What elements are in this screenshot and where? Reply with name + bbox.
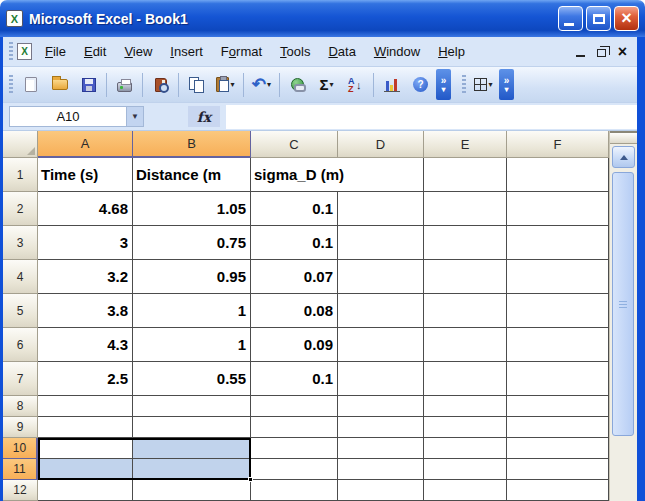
cell-E5[interactable] <box>424 294 507 328</box>
restore-workbook-button[interactable] <box>597 49 606 57</box>
scroll-up-button[interactable] <box>612 146 635 168</box>
menu-tools[interactable]: Tools <box>271 40 319 63</box>
minimize-workbook-button[interactable] <box>576 55 585 57</box>
open-button[interactable] <box>46 71 73 99</box>
cell-B11[interactable] <box>133 459 251 480</box>
cell-F12[interactable] <box>507 480 609 501</box>
close-workbook-button[interactable] <box>618 43 627 61</box>
column-header-C[interactable]: C <box>251 131 338 158</box>
cell-F7[interactable] <box>507 362 609 396</box>
cell-D4[interactable] <box>338 260 424 294</box>
cell-C9[interactable] <box>251 417 338 438</box>
new-document-button[interactable] <box>17 71 44 99</box>
row-header-11[interactable]: 11 <box>3 459 38 480</box>
cell-B9[interactable] <box>133 417 251 438</box>
autosum-button[interactable]: Σ▾ <box>313 71 340 99</box>
cell-F8[interactable] <box>507 396 609 417</box>
cell-A11[interactable] <box>38 459 133 480</box>
chart-wizard-button[interactable] <box>378 71 405 99</box>
cell-A9[interactable] <box>38 417 133 438</box>
cell-C7[interactable]: 0.1 <box>251 362 338 396</box>
row-header-7[interactable]: 7 <box>3 362 38 396</box>
column-header-A[interactable]: A <box>38 131 133 158</box>
cell-C12[interactable] <box>251 480 338 501</box>
menu-insert[interactable]: Insert <box>161 40 212 63</box>
cell-E3[interactable] <box>424 226 507 260</box>
cell-D5[interactable] <box>338 294 424 328</box>
maximize-button[interactable] <box>586 6 611 31</box>
cell-D8[interactable] <box>338 396 424 417</box>
cell-E1[interactable] <box>424 158 507 192</box>
toolbar-grip[interactable] <box>462 75 466 95</box>
cell-E8[interactable] <box>424 396 507 417</box>
cell-D3[interactable] <box>338 226 424 260</box>
row-header-8[interactable]: 8 <box>3 396 38 417</box>
cell-C8[interactable] <box>251 396 338 417</box>
cell-D12[interactable] <box>338 480 424 501</box>
cell-A4[interactable]: 3.2 <box>38 260 133 294</box>
column-header-F[interactable]: F <box>507 131 609 158</box>
cell-C2[interactable]: 0.1 <box>251 192 338 226</box>
row-header-10[interactable]: 10 <box>3 438 38 459</box>
cell-B3[interactable]: 0.75 <box>133 226 251 260</box>
column-header-B[interactable]: B <box>133 131 251 158</box>
cell-F9[interactable] <box>507 417 609 438</box>
print-button[interactable] <box>111 71 138 99</box>
cell-E12[interactable] <box>424 480 507 501</box>
help-button[interactable]: ? <box>407 71 434 99</box>
cell-E11[interactable] <box>424 459 507 480</box>
cell-F3[interactable] <box>507 226 609 260</box>
toolbar-options-button[interactable]: »▾ <box>436 69 451 100</box>
cell-F10[interactable] <box>507 438 609 459</box>
cell-B6[interactable]: 1 <box>133 328 251 362</box>
research-button[interactable] <box>147 71 174 99</box>
cell-E9[interactable] <box>424 417 507 438</box>
insert-function-button[interactable]: fx <box>188 106 220 127</box>
cell-B2[interactable]: 1.05 <box>133 192 251 226</box>
cell-F5[interactable] <box>507 294 609 328</box>
cell-E4[interactable] <box>424 260 507 294</box>
copy-button[interactable] <box>183 71 210 99</box>
cell-D11[interactable] <box>338 459 424 480</box>
undo-button[interactable]: ↶▾ <box>248 71 275 99</box>
insert-hyperlink-button[interactable] <box>284 71 311 99</box>
dropdown-arrow-icon[interactable]: ▾ <box>267 80 271 89</box>
menu-window[interactable]: Window <box>365 40 429 63</box>
column-header-D[interactable]: D <box>338 131 424 158</box>
cell-A10[interactable] <box>38 438 133 459</box>
cell-D9[interactable] <box>338 417 424 438</box>
cell-B5[interactable]: 1 <box>133 294 251 328</box>
cell-D6[interactable] <box>338 328 424 362</box>
cell-C3[interactable]: 0.1 <box>251 226 338 260</box>
dropdown-arrow-icon[interactable]: ▾ <box>230 80 234 89</box>
row-header-2[interactable]: 2 <box>3 192 38 226</box>
cell-A12[interactable] <box>38 480 133 501</box>
cell-E7[interactable] <box>424 362 507 396</box>
cell-C4[interactable]: 0.07 <box>251 260 338 294</box>
name-box-dropdown[interactable]: ▼ <box>127 106 144 127</box>
toolbar-options-2-button[interactable]: »▾ <box>499 69 514 100</box>
close-button[interactable] <box>614 6 639 31</box>
row-header-5[interactable]: 5 <box>3 294 38 328</box>
cell-D2[interactable] <box>338 192 424 226</box>
cell-A1[interactable]: Time (s) <box>38 158 133 192</box>
cell-D10[interactable] <box>338 438 424 459</box>
select-all-corner[interactable] <box>3 131 38 158</box>
cell-F11[interactable] <box>507 459 609 480</box>
cell-B4[interactable]: 0.95 <box>133 260 251 294</box>
menu-help[interactable]: Help <box>429 40 474 63</box>
vertical-scrollbar[interactable] <box>609 131 637 501</box>
minimize-button[interactable] <box>558 6 583 31</box>
cell-B8[interactable] <box>133 396 251 417</box>
name-box[interactable]: A10 <box>9 106 127 127</box>
cell-F6[interactable] <box>507 328 609 362</box>
cell-A6[interactable]: 4.3 <box>38 328 133 362</box>
fill-handle[interactable] <box>248 477 253 482</box>
cell-A8[interactable] <box>38 396 133 417</box>
save-button[interactable] <box>75 71 102 99</box>
cell-C11[interactable] <box>251 459 338 480</box>
menu-format[interactable]: Format <box>212 40 271 63</box>
borders-button[interactable]: ▾ <box>470 71 497 99</box>
toolbar-grip[interactable] <box>9 75 13 95</box>
row-header-1[interactable]: 1 <box>3 158 38 192</box>
